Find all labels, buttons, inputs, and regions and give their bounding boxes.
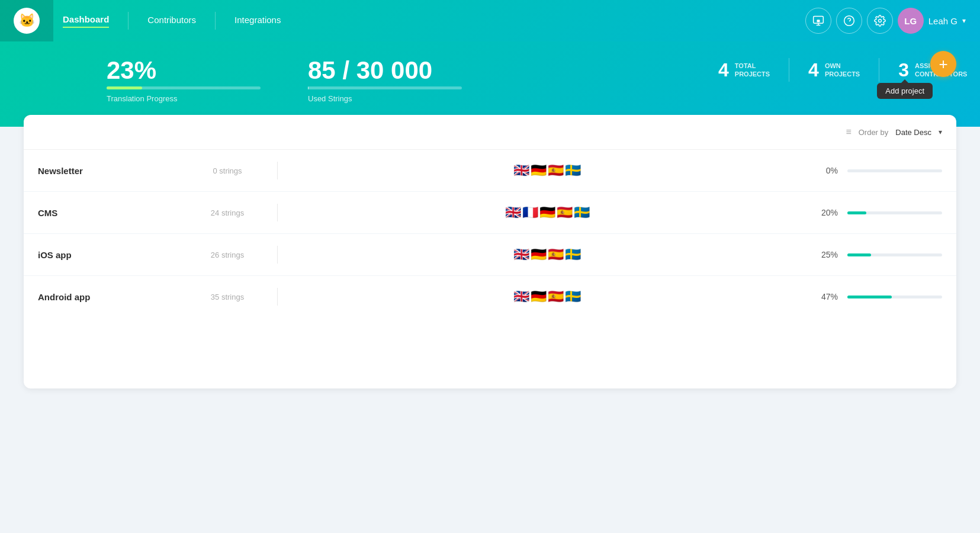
project-row[interactable]: iOS app 26 strings 🇬🇧🇩🇪🇪🇸🇸🇪 25% — [24, 234, 956, 276]
nav-contributors[interactable]: Contributors — [147, 15, 196, 27]
project-progress-bar-inner — [847, 211, 866, 214]
project-name: CMS — [38, 208, 192, 218]
used-strings-bar-inner — [308, 86, 309, 89]
logo-area[interactable]: 🐱 — [0, 0, 53, 41]
nav-dashboard[interactable]: Dashboard — [63, 14, 109, 28]
own-projects-label: OWNPROJECTS — [825, 62, 860, 79]
flag-icon: 🇬🇧 — [505, 206, 521, 219]
flag-icon: 🇬🇧 — [513, 290, 529, 303]
translation-progress-label: Translation Progress — [107, 94, 261, 103]
project-progress-bar-outer — [847, 253, 942, 256]
project-strings: 35 strings — [192, 293, 263, 301]
used-strings-stat: 85 / 30 000 Used Strings — [308, 58, 462, 103]
svg-point-4 — [844, 16, 854, 26]
assigned-contributors-count: 3 — [898, 59, 909, 81]
project-divider — [277, 246, 278, 264]
app-logo: 🐱 — [14, 8, 40, 34]
own-projects-block: 4 OWNPROJECTS — [808, 59, 860, 81]
project-name: Newsletter — [38, 166, 192, 176]
nav-links: Dashboard Contributors Integrations — [53, 12, 805, 30]
project-flags: 🇬🇧🇩🇪🇪🇸🇸🇪 — [292, 290, 802, 303]
translation-progress-stat: 23% Translation Progress — [107, 58, 261, 103]
flag-icon: 🇸🇪 — [574, 206, 590, 219]
flag-icon: 🇩🇪 — [531, 290, 547, 303]
stat-divider-1 — [789, 58, 789, 82]
project-divider — [277, 288, 278, 306]
empty-area — [24, 317, 956, 388]
project-percent: 20% — [802, 208, 838, 217]
flag-icon: 🇸🇪 — [565, 164, 581, 177]
project-strings: 24 strings — [192, 208, 263, 217]
add-project-area: Add project + — [930, 46, 956, 77]
project-percent: 0% — [802, 166, 838, 175]
used-strings-label: Used Strings — [308, 94, 462, 103]
project-percent: 47% — [802, 292, 838, 301]
flag-icon: 🇬🇧 — [513, 248, 529, 261]
total-projects-block: 4 TOTALPROJECTS — [718, 59, 770, 81]
stats-banner: 23% Translation Progress 85 / 30 000 Use… — [0, 41, 980, 127]
flag-icon: 🇪🇸 — [548, 248, 564, 261]
project-name: iOS app — [38, 250, 192, 260]
project-flags: 🇬🇧🇩🇪🇪🇸🇸🇪 — [292, 248, 802, 261]
project-divider — [277, 162, 278, 179]
plus-icon: + — [939, 55, 947, 73]
svg-point-6 — [878, 20, 881, 23]
project-list: Newsletter 0 strings 🇬🇧🇩🇪🇪🇸🇸🇪 0% CMS 24 … — [24, 150, 956, 317]
used-strings-value: 85 / 30 000 — [308, 58, 462, 83]
project-progress-bar-outer — [847, 211, 942, 214]
stats-right-counts: 4 TOTALPROJECTS 4 OWNPROJECTS 3 ASSIGNED… — [718, 58, 956, 82]
navbar-right: LG Leah G ▾ — [805, 8, 980, 34]
project-row[interactable]: Android app 35 strings 🇬🇧🇩🇪🇪🇸🇸🇪 47% — [24, 276, 956, 317]
flag-icon: 🇪🇸 — [548, 290, 564, 303]
flag-icon: 🇪🇸 — [548, 164, 564, 177]
stat-divider-2 — [879, 58, 879, 82]
project-progress-bar-inner — [847, 253, 871, 256]
chevron-down-icon[interactable]: ▾ — [962, 17, 966, 25]
flag-icon: 🇸🇪 — [565, 248, 581, 261]
own-projects-count: 4 — [808, 59, 819, 81]
translation-progress-bar-outer — [107, 86, 261, 89]
project-row[interactable]: Newsletter 0 strings 🇬🇧🇩🇪🇪🇸🇸🇪 0% — [24, 150, 956, 192]
main-content: ≡ Order by Date Desc ▾ Newsletter 0 stri… — [0, 115, 980, 412]
used-strings-bar-outer — [308, 86, 462, 89]
monitor-icon-button[interactable] — [805, 8, 831, 34]
add-project-tooltip: Add project — [877, 83, 933, 99]
flag-icon: 🇬🇧 — [513, 164, 529, 177]
monitor-icon — [812, 15, 824, 27]
help-icon — [843, 15, 855, 27]
svg-rect-3 — [817, 20, 820, 22]
project-flags: 🇬🇧🇫🇷🇩🇪🇪🇸🇸🇪 — [292, 206, 802, 219]
project-progress-bar-outer — [847, 169, 942, 172]
flag-icon: 🇸🇪 — [565, 290, 581, 303]
flag-icon: 🇩🇪 — [531, 248, 547, 261]
project-name: Android app — [38, 292, 192, 302]
project-progress-bar-inner — [847, 296, 892, 298]
project-strings: 0 strings — [192, 166, 263, 175]
project-strings: 26 strings — [192, 251, 263, 259]
order-by-label: Order by — [859, 128, 889, 137]
user-avatar[interactable]: LG — [898, 8, 924, 34]
navbar: 🐱 Dashboard Contributors Integrations LG… — [0, 0, 980, 41]
total-projects-count: 4 — [718, 59, 729, 81]
settings-icon — [874, 15, 886, 27]
card-toolbar: ≡ Order by Date Desc ▾ — [24, 115, 956, 150]
settings-icon-button[interactable] — [867, 8, 893, 34]
flag-icon: 🇩🇪 — [531, 164, 547, 177]
flag-icon: 🇪🇸 — [557, 206, 573, 219]
user-name[interactable]: Leah G — [928, 16, 957, 26]
project-percent: 25% — [802, 250, 838, 259]
project-divider — [277, 204, 278, 221]
flag-icon: 🇩🇪 — [539, 206, 555, 219]
flag-icon: 🇫🇷 — [522, 206, 538, 219]
order-by-value[interactable]: Date Desc — [895, 128, 931, 137]
filter-icon: ≡ — [846, 127, 851, 137]
project-row[interactable]: CMS 24 strings 🇬🇧🇫🇷🇩🇪🇪🇸🇸🇪 20% — [24, 192, 956, 234]
help-icon-button[interactable] — [836, 8, 862, 34]
nav-integrations[interactable]: Integrations — [234, 15, 281, 27]
projects-card: ≡ Order by Date Desc ▾ Newsletter 0 stri… — [24, 115, 956, 388]
project-progress-bar-outer — [847, 296, 942, 298]
add-project-button[interactable]: + — [930, 51, 956, 77]
total-projects-label: TOTALPROJECTS — [735, 62, 770, 79]
chevron-down-order-icon[interactable]: ▾ — [939, 128, 942, 136]
nav-divider-2 — [215, 12, 216, 30]
